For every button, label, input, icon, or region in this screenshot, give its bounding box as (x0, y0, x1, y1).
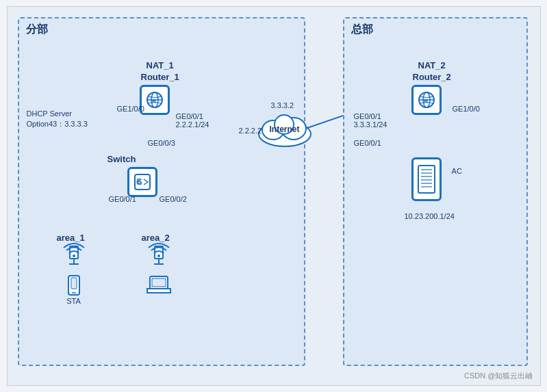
ap1-group: area_1 STA (57, 233, 91, 305)
laptop-icon (147, 275, 171, 294)
ac-icon (411, 157, 442, 201)
r1-ge001-label: GE0/0/1 (176, 112, 203, 120)
svg-text:R: R (152, 98, 157, 105)
ap1-label: area_1 (57, 233, 85, 243)
hq-label: 总部 (351, 23, 373, 37)
r1-ip-label: 2.2.2.1/24 (176, 120, 209, 129)
branch-label: 分部 (26, 23, 48, 37)
sw-ge002-label: GE0/0/2 (160, 195, 187, 203)
ac-label: AC (432, 167, 482, 175)
nat1-label-bottom: Router_1 (141, 72, 179, 82)
sta-label: STA (66, 297, 81, 305)
dhcp-info: DHCP Server Option43：3.3.3.3 (27, 109, 88, 120)
r1-ge100-label: GE1/0/0 (117, 105, 144, 113)
nat2-label-bottom: Router_2 (413, 72, 451, 82)
r2-ge001b-label: GE0/0/1 (354, 139, 381, 147)
r2-ge100-label: GE1/0/0 (453, 105, 480, 113)
internet-cloud: Internet (254, 109, 316, 148)
switch-icon: S (127, 167, 157, 197)
svg-rect-39 (152, 278, 166, 287)
switch-label: Switch (107, 154, 137, 164)
internet-ip-top: 3.3.3.2 (271, 101, 294, 109)
switch-group: Switch S (127, 154, 157, 197)
ap2-label: area_2 (142, 233, 170, 243)
internet-label: Internet (269, 125, 299, 134)
svg-rect-33 (71, 278, 77, 289)
svg-point-37 (157, 254, 160, 257)
r2-ge001-label: GE0/0/1 (354, 112, 381, 120)
diagram-container: 分部 总部 DHCP Server Option43：3.3.3.3 NAT_1… (7, 6, 541, 386)
sw-ge001-label: GE0/0/1 (109, 195, 136, 203)
nat1-label-top: NAT_1 (141, 60, 179, 70)
r2-ip-label: 3.3.3.1/24 (354, 120, 387, 129)
ac-group: AC 10.23.200.1/24 (411, 157, 461, 218)
r1-ge003-label: GE0/0/3 (148, 139, 175, 147)
sta-group: STA (57, 275, 91, 305)
ac-ip-label: 10.23.200.1/24 (405, 212, 455, 220)
watermark: CSDN @知狐云出岫 (464, 371, 533, 381)
router2-icon: R (411, 85, 442, 115)
internet-ip-left: 2.2.2.2 (239, 127, 262, 135)
router2-group: NAT_2 Router_2 R (411, 60, 450, 115)
sta-icon (66, 275, 81, 297)
router1-group: NAT_1 Router_1 R (140, 60, 178, 115)
nat2-label-top: NAT_2 (413, 60, 451, 70)
svg-point-30 (73, 254, 75, 257)
laptop-group (142, 275, 176, 297)
ap2-group: area_2 (142, 233, 176, 297)
svg-text:R: R (424, 98, 429, 105)
